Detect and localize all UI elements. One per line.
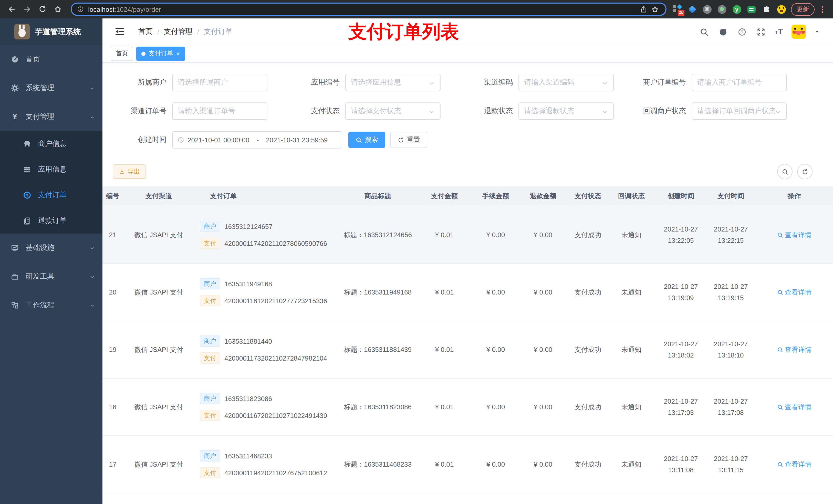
filter-label: 创建时间 <box>113 135 172 144</box>
fullscreen-icon[interactable] <box>756 27 766 37</box>
help-icon[interactable]: ? <box>737 27 747 37</box>
pin-extension-icon[interactable] <box>688 5 697 14</box>
tab-支付订单[interactable]: 支付订单× <box>136 46 185 61</box>
merchant-tag: 商户 <box>200 450 220 461</box>
view-detail-link[interactable]: 查看详情 <box>777 345 811 354</box>
github-icon[interactable] <box>718 27 728 37</box>
share-icon[interactable] <box>638 4 649 15</box>
reset-button[interactable]: 重置 <box>390 131 427 148</box>
date-start: 2021-10-01 00:00:00 <box>188 136 249 144</box>
reload-icon[interactable] <box>36 3 49 16</box>
header-bar: 首页/支付管理/支付订单 ? TT <box>102 19 833 45</box>
refresh-table-icon[interactable] <box>797 164 812 179</box>
column-header-支付状态: 支付状态 <box>569 187 607 206</box>
sidebar: 芋道管理系统 首页系统管理¥支付管理商户信息应用信息¥支付订单退款订单基础设施研… <box>0 19 102 504</box>
user-avatar[interactable] <box>791 25 806 39</box>
filter-input[interactable]: 请输入商户订单编号 <box>692 74 787 91</box>
filter-label: 商户订单编号 <box>632 78 692 87</box>
sidebar-item-退款订单[interactable]: 退款订单 <box>0 208 102 234</box>
main-area: 首页/支付管理/支付订单 ? TT 支付订单列表 首页支付订单× 所属商户请选择… <box>102 19 833 504</box>
toggle-search-icon[interactable] <box>777 164 792 179</box>
pay-tag: 支付 <box>200 410 220 421</box>
site-info-icon[interactable] <box>77 6 84 13</box>
home-icon[interactable] <box>51 3 65 16</box>
column-header-操作: 操作 <box>756 187 833 206</box>
sidebar-item-工作流程[interactable]: 工作流程 <box>0 291 102 320</box>
sidebar-item-商户信息[interactable]: 商户信息 <box>0 131 102 157</box>
sidebar-item-研发工具[interactable]: 研发工具 <box>0 262 102 291</box>
placeholder-text: 请输入渠道编码 <box>524 78 601 87</box>
table-row: 21微信 JSAPI 支付商户1635312124657支付4200001174… <box>102 206 833 264</box>
close-tab-icon[interactable]: × <box>176 50 180 56</box>
profile-avatar-icon[interactable] <box>777 5 786 14</box>
font-size-icon[interactable]: TT <box>775 28 783 36</box>
filter-input[interactable]: 请选择所属商户 <box>172 74 267 91</box>
tab-groups-extension-icon[interactable]: 10 <box>673 5 682 14</box>
pay-tag: 支付 <box>200 467 220 478</box>
browser-menu-icon[interactable] <box>819 6 826 13</box>
date-range-input[interactable]: 2021-10-01 00:00:00 - 2021-10-31 23:59:5… <box>172 131 342 148</box>
table-toolbar: 导出 <box>102 160 833 187</box>
column-header-商品标题: 商品标题 <box>341 187 415 206</box>
workflow-icon <box>10 301 20 310</box>
command-extension-icon[interactable]: ⌘ <box>703 5 712 14</box>
sidebar-item-首页[interactable]: 首页 <box>0 45 102 74</box>
export-button[interactable]: 导出 <box>113 164 146 179</box>
tab-首页[interactable]: 首页 <box>111 46 133 61</box>
filter-label: 所属商户 <box>113 78 172 87</box>
view-detail-link[interactable]: 查看详情 <box>777 460 811 469</box>
date-separator: - <box>256 136 259 144</box>
pay-order-no: 4200001173202110272847982104 <box>224 354 327 362</box>
pay-tag: 支付 <box>200 238 220 249</box>
filter-select[interactable]: 请输入渠道编码 <box>519 74 614 91</box>
pay-tag: 支付 <box>200 295 220 306</box>
placeholder-text: 请选择退款状态 <box>524 106 601 116</box>
yen-icon: ¥ <box>10 112 20 121</box>
shop-icon <box>23 139 32 148</box>
forward-icon[interactable] <box>21 3 34 16</box>
merchant-order-no: 1635311881440 <box>224 337 272 345</box>
view-detail-link[interactable]: 查看详情 <box>777 288 811 297</box>
chevron-down-icon <box>775 108 781 115</box>
extensions-puzzle-icon[interactable] <box>762 5 771 14</box>
sidebar-item-支付管理[interactable]: ¥支付管理 <box>0 102 102 131</box>
browser-update-button[interactable]: 更新 <box>791 3 814 16</box>
sidebar-item-系统管理[interactable]: 系统管理 <box>0 74 102 102</box>
column-header-编号: 编号 <box>102 187 123 206</box>
back-icon[interactable] <box>5 3 19 16</box>
search-button[interactable]: 搜索 <box>348 131 385 148</box>
breadcrumb-item[interactable]: 首页 <box>138 27 153 37</box>
sidebar-item-支付订单[interactable]: ¥支付订单 <box>0 182 102 208</box>
breadcrumb-item[interactable]: 支付管理 <box>164 27 193 37</box>
gear-icon <box>10 83 20 93</box>
merchant-tag: 商户 <box>200 335 220 347</box>
filter-label: 渠道编码 <box>459 78 519 87</box>
view-detail-link[interactable]: 查看详情 <box>777 402 811 411</box>
filter-select[interactable]: 请选择应用信息 <box>345 74 441 91</box>
filter-field-回调商户状态: 回调商户状态请选择订单回调商户状态 <box>632 102 787 120</box>
chat-extension-icon[interactable] <box>747 5 756 14</box>
pay-tag: 支付 <box>200 352 220 364</box>
sidebar-item-应用信息[interactable]: 应用信息 <box>0 157 102 182</box>
filter-select[interactable]: 请选择订单回调商户状态 <box>692 102 787 120</box>
sidebar-item-基础设施[interactable]: 基础设施 <box>0 234 102 262</box>
chevron-down-icon <box>601 108 608 115</box>
collapse-sidebar-icon[interactable] <box>115 27 125 37</box>
extensions-row: 10 ⌘ y <box>673 5 786 14</box>
filter-input[interactable]: 请输入渠道订单号 <box>172 102 267 120</box>
sidebar-menu: 首页系统管理¥支付管理商户信息应用信息¥支付订单退款订单基础设施研发工具工作流程 <box>0 45 102 320</box>
clock-icon <box>177 136 185 143</box>
view-detail-link[interactable]: 查看详情 <box>777 230 811 239</box>
chevron-down-icon <box>601 79 608 86</box>
url-bar[interactable]: localhost:1024/pay/order <box>71 3 667 16</box>
avatar-caret-icon[interactable] <box>814 27 820 37</box>
filter-select[interactable]: 请选择退款状态 <box>519 102 614 120</box>
bookmark-star-icon[interactable] <box>649 4 660 15</box>
app-logo[interactable]: 芋道管理系统 <box>0 19 102 45</box>
filter-select[interactable]: 请选择支付状态 <box>345 102 441 120</box>
table-row: 18微信 JSAPI 支付商户1635311823086支付4200001167… <box>102 378 833 436</box>
recorder-extension-icon[interactable] <box>717 5 727 14</box>
svg-text:¥: ¥ <box>26 193 28 198</box>
vue-devtools-icon[interactable]: y <box>732 5 741 14</box>
search-icon[interactable] <box>699 27 709 37</box>
